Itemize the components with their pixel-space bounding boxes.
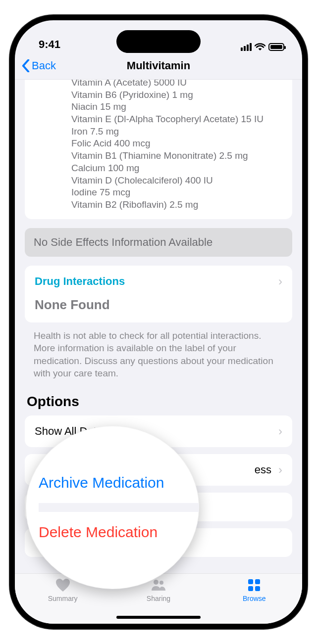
home-indicator[interactable] [116,616,201,619]
drug-interactions-result: None Found [35,297,282,313]
option-partial-label: ess [255,463,271,476]
back-button[interactable]: Back [22,59,56,72]
iphone-frame: 9:41 Back Multivitamin Vitamin A (Acetat… [10,15,307,629]
svg-rect-5 [255,586,260,591]
ingredient-line: Niacin 15 mg [71,101,282,113]
svg-rect-2 [248,579,253,584]
back-label: Back [32,59,56,72]
chevron-right-icon: › [278,463,282,477]
ingredients-card: Vitamin A (Acetate) 5000 IU Vitamin B6 (… [25,80,292,219]
magnifier-callout: Archive Medication Delete Medication [26,426,199,589]
status-time: 9:41 [39,38,60,51]
svg-rect-4 [248,586,253,591]
svg-rect-3 [255,579,260,584]
drug-interactions-caption: Health is not able to check for all pote… [25,329,292,380]
svg-point-1 [159,581,163,585]
chevron-right-icon: › [278,275,282,288]
tab-label: Summary [48,595,78,602]
drug-interactions-row[interactable]: Drug Interactions › [35,275,282,288]
tab-label: Browse [243,595,266,602]
nav-bar: Back Multivitamin [15,52,302,80]
ingredient-line: Iodine 75 mcg [71,186,282,199]
drug-interactions-card: Drug Interactions › None Found [25,266,292,322]
grid-icon [246,578,262,593]
svg-point-0 [154,580,158,585]
delete-medication-button[interactable]: Delete Medication [39,517,199,546]
drug-interactions-title: Drug Interactions [35,275,125,288]
ingredient-line: Iron 7.5 mg [71,126,282,138]
ingredient-line: Vitamin D (Cholecalciferol) 400 IU [71,175,282,187]
ingredient-line: Folic Acid 400 mcg [71,138,282,150]
wifi-icon [255,43,265,51]
dynamic-island [116,30,201,53]
ingredient-line: Vitamin B2 (Riboflavin) 2.5 mg [71,199,282,211]
ingredient-line: Vitamin E (Dl-Alpha Tocopheryl Acetate) … [71,113,282,126]
heart-icon [55,578,71,593]
tab-label: Sharing [147,595,170,602]
ingredient-line: Vitamin A (Acetate) 5000 IU [71,80,282,89]
ingredient-line: Vitamin B6 (Pyridoxine) 1 mg [71,89,282,101]
ingredient-line: Vitamin B1 (Thiamine Mononitrate) 2.5 mg [71,150,282,162]
battery-icon [268,43,284,51]
chevron-right-icon: › [278,424,282,438]
page-title: Multivitamin [127,59,190,72]
options-header: Options [25,394,292,410]
tab-bar: Summary Sharing Browse [15,573,302,624]
side-effects-banner: No Side Effects Information Available [25,228,292,257]
cellular-icon [241,43,252,51]
people-icon [151,578,166,593]
tab-browse[interactable]: Browse [207,578,302,624]
chevron-left-icon [22,59,30,72]
archive-medication-button[interactable]: Archive Medication [39,469,199,498]
ingredient-line: Calcium 100 mg [71,162,282,175]
